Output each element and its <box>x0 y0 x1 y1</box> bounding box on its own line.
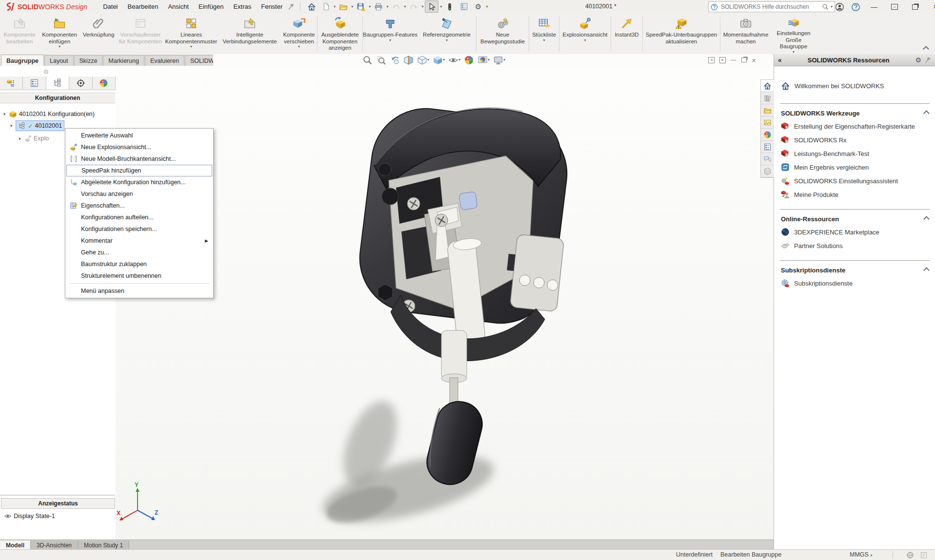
open-button[interactable] <box>337 1 350 12</box>
menu-item-konfigurationen-aufteilen[interactable]: Konfigurationen aufteilen... <box>66 212 212 223</box>
expand-arrow-icon[interactable]: ▾ <box>9 123 14 128</box>
help-search-box[interactable]: ▾ <box>708 1 835 12</box>
tile-right-icon[interactable]: ▸ <box>719 57 726 63</box>
menu-item-menue-anpassen[interactable]: Menü anpassen <box>66 285 212 297</box>
menu-item-neue-explosionsansicht[interactable]: Neue Explosionsansicht... <box>66 141 212 153</box>
menu-datei[interactable]: Datei <box>98 0 122 13</box>
menu-fenster[interactable]: Fenster <box>256 0 287 13</box>
expand-arrow-icon[interactable]: ▾ <box>2 112 7 116</box>
undo-button[interactable] <box>390 1 402 12</box>
collapse-section-icon[interactable] <box>923 267 930 273</box>
expand-button[interactable]: ↔ <box>888 1 901 13</box>
item-einstellungsassistent[interactable]: SOLIDWORKS Einstellungsassistent <box>774 174 935 188</box>
ribbon-bill-of-materials-button[interactable]: Stückliste▾ <box>529 13 559 54</box>
tab-3d-ansichten[interactable]: 3D-Ansichten <box>31 541 78 550</box>
tree-exploded-view[interactable]: ▸ Explo <box>18 133 49 144</box>
strip-custom-properties-tab[interactable] <box>761 141 774 153</box>
close-button[interactable]: × <box>929 1 935 13</box>
undo-dropdown[interactable]: ▾ <box>404 5 406 9</box>
menu-item-kommentar[interactable]: Kommentar▶ <box>66 235 212 247</box>
ribbon-update-speedpak-button[interactable]: SpeedPak-Unterbaugruppen aktualisieren <box>643 13 720 54</box>
menu-pin-icon[interactable] <box>287 3 295 11</box>
menu-item-eigenschaften[interactable]: Eigenschaften... <box>66 200 212 212</box>
menu-ansicht[interactable]: Ansicht <box>163 0 194 13</box>
redo-button[interactable] <box>407 1 420 12</box>
options-button[interactable]: ⚙ <box>472 1 484 12</box>
ribbon-edit-component-button[interactable]: Komponente bearbeiten <box>0 13 39 54</box>
file-properties-button[interactable] <box>458 1 470 12</box>
hide-show-items-button[interactable]: ▾ <box>448 55 460 65</box>
strip-file-explorer-tab[interactable] <box>761 104 774 116</box>
item-subskriptionsdienste[interactable]: Subskriptionsdienste <box>774 276 935 290</box>
search-dropdown[interactable]: ▾ <box>831 5 833 9</box>
home-button[interactable] <box>305 1 318 12</box>
units-selector[interactable]: MMGS ▾ <box>850 551 872 558</box>
ribbon-mate-button[interactable]: Verknüpfung <box>80 13 117 54</box>
ribbon-take-snapshot-button[interactable]: Momentaufnahme machen <box>720 13 771 54</box>
menu-einfuegen[interactable]: Einfügen <box>194 0 228 13</box>
tab-baugruppe[interactable]: Baugruppe <box>1 55 44 67</box>
section-online-ressourcen[interactable]: Online-Ressourcen <box>774 212 935 225</box>
view-orientation-button[interactable]: ▾ <box>417 55 429 65</box>
select-tool-button[interactable] <box>425 0 438 13</box>
tab-dimxpertmanager[interactable] <box>69 77 92 89</box>
strip-appearances-tab[interactable] <box>761 129 774 141</box>
zoom-to-fit-icon[interactable] <box>362 55 373 65</box>
menu-bearbeiten[interactable]: Bearbeiten <box>123 0 163 13</box>
rebuild-button[interactable] <box>443 1 456 12</box>
item-ergebnis-vergleichen[interactable]: Mein Ergebnis vergleichen <box>774 160 935 174</box>
item-eigenschaften-registerkarte[interactable]: Erstellung der Eigenschaften-Registerkar… <box>774 119 935 133</box>
doc-restore-icon[interactable] <box>741 58 747 62</box>
tab-configurationmanager[interactable] <box>46 77 69 90</box>
notes-status-icon[interactable] <box>920 551 928 559</box>
panel-splitter-handle[interactable] <box>44 70 48 74</box>
pane-gear-icon[interactable]: ⚙ <box>915 56 921 64</box>
save-button[interactable] <box>355 1 367 12</box>
user-account-icon[interactable] <box>835 2 844 12</box>
menu-item-konfigurationen-speichern[interactable]: Konfigurationen speichern... <box>66 223 212 235</box>
menu-item-neue-bruchkantenansicht[interactable]: Neue Modell-Bruchkantenansicht... <box>66 153 212 165</box>
display-state-row[interactable]: Display State-1 <box>4 511 55 521</box>
pane-pin-icon[interactable] <box>924 57 932 64</box>
tree-selected-configuration[interactable]: ▾ ✓ 40102001 <box>9 120 64 131</box>
new-document-button[interactable] <box>319 1 332 12</box>
tab-skizze[interactable]: Skizze <box>74 55 103 67</box>
menu-item-baumstruktur-zuklappen[interactable]: Baumstruktur zuklappen <box>66 258 212 270</box>
tab-featuremanager[interactable] <box>0 77 23 89</box>
print-dropdown[interactable]: ▾ <box>386 5 388 9</box>
tab-evaluieren[interactable]: Evaluieren <box>145 55 184 67</box>
open-dropdown[interactable]: ▾ <box>351 5 353 9</box>
tree-root-configuration[interactable]: ▾ 40102001 Konfiguration(en) <box>2 109 114 119</box>
restore-button[interactable] <box>908 1 922 13</box>
redo-dropdown[interactable]: ▾ <box>421 5 423 9</box>
ribbon-show-hidden-components-button[interactable]: Ausgeblendete Komponenten anzeigen <box>318 13 362 54</box>
item-3dexperience-marketplace[interactable]: 3DEXPERIENCE Marketplace <box>774 225 935 239</box>
print-button[interactable] <box>372 1 385 12</box>
item-meine-produkte[interactable]: Meine Produkte <box>774 188 935 201</box>
ribbon-reference-geometry-button[interactable]: Referenzgeometrie▾ <box>418 13 476 54</box>
tab-propertymanager[interactable] <box>23 77 46 89</box>
ribbon-exploded-view-button[interactable]: Explosionsansicht▾ <box>559 13 611 54</box>
menu-item-gehe-zu[interactable]: Gehe zu... <box>66 247 212 258</box>
minimize-button[interactable]: — <box>867 1 881 13</box>
strip-forum-tab[interactable] <box>761 153 774 165</box>
tab-displaymanager[interactable] <box>93 77 116 89</box>
strip-view-palette-tab[interactable] <box>761 116 774 129</box>
save-dropdown[interactable]: ▾ <box>369 5 371 9</box>
collapse-section-icon[interactable] <box>923 216 930 222</box>
item-solidworks-rx[interactable]: SOLIDWORKS Rx <box>774 133 935 147</box>
ribbon-move-component-button[interactable]: Komponente verschieben▾ <box>281 13 317 54</box>
ribbon-instant3d-button[interactable]: Instant3D <box>611 13 642 54</box>
ribbon-assembly-features-button[interactable]: Baugruppen-Features▾ <box>363 13 418 54</box>
graphics-viewport[interactable]: Y X Z <box>116 66 774 540</box>
section-view-icon[interactable] <box>403 55 414 65</box>
previous-view-icon[interactable] <box>390 55 400 65</box>
selected-configuration-box[interactable]: ✓ 40102001 <box>16 120 64 131</box>
tile-left-icon[interactable]: ◂ <box>708 57 715 63</box>
menu-item-speedpak-hinzufuegen[interactable]: SpeedPak hinzufügen <box>66 165 212 176</box>
options-dropdown[interactable]: ▾ <box>486 5 488 9</box>
help-icon[interactable] <box>851 2 860 12</box>
web-status-icon[interactable] <box>906 551 914 559</box>
collapse-section-icon[interactable] <box>923 110 930 116</box>
section-subskriptionsdienste[interactable]: Subskriptionsdienste <box>774 264 935 276</box>
